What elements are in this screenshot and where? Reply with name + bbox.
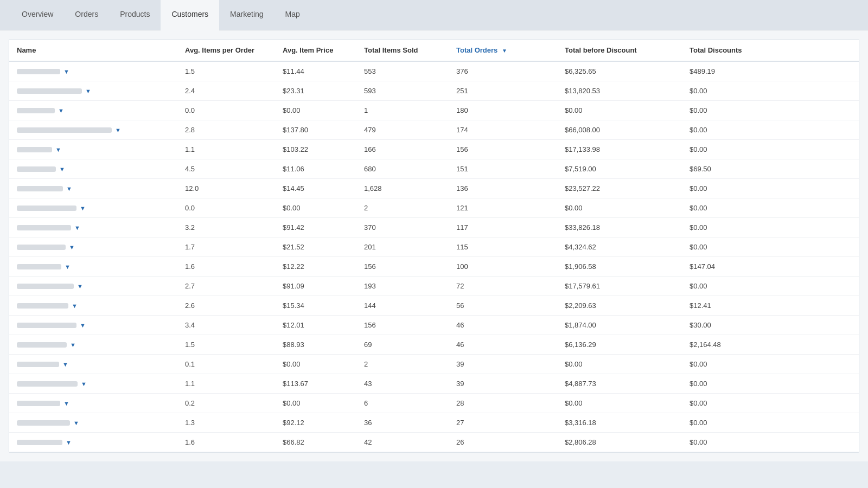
- total-discounts-cell: $0.00: [682, 355, 859, 374]
- total-items-cell: 69: [356, 335, 449, 355]
- row-filter-icon[interactable]: ▼: [66, 439, 72, 446]
- total-items-cell: 479: [356, 120, 449, 140]
- table-body: ▼ 1.5$11.44553376$6,325.65$489.19 ▼ 2.4$…: [9, 61, 859, 452]
- customer-name-blur: [17, 127, 112, 133]
- col-total-before-discount[interactable]: Total before Discount: [557, 40, 682, 61]
- main-content: Name Avg. Items per Order Avg. Item Pric…: [0, 30, 868, 461]
- row-filter-icon[interactable]: ▼: [62, 361, 68, 368]
- row-filter-icon[interactable]: ▼: [63, 68, 69, 75]
- total-before-discount-cell: $0.00: [557, 394, 682, 413]
- total-discounts-cell: $0.00: [682, 394, 859, 413]
- total-orders-cell: 39: [449, 355, 557, 374]
- name-cell: ▼: [9, 81, 177, 101]
- avg-price-cell: $11.44: [275, 61, 356, 81]
- name-cell: ▼: [9, 277, 177, 296]
- avg-price-cell: $91.09: [275, 277, 356, 296]
- name-cell: ▼: [9, 120, 177, 140]
- row-filter-icon[interactable]: ▼: [81, 381, 87, 387]
- table-row: ▼ 1.7$21.52201115$4,324.62$0.00: [9, 237, 859, 257]
- avg-price-cell: $15.34: [275, 296, 356, 316]
- total-before-discount-cell: $0.00: [557, 198, 682, 218]
- total-items-cell: 42: [356, 433, 449, 452]
- total-items-cell: 144: [356, 296, 449, 316]
- table-row: ▼ 3.4$12.0115646$1,874.00$30.00: [9, 316, 859, 335]
- total-items-cell: 1,628: [356, 179, 449, 198]
- customer-name-blur: [17, 323, 76, 328]
- total-before-discount-cell: $3,316.18: [557, 413, 682, 433]
- customer-name-blur: [17, 186, 63, 191]
- row-filter-icon[interactable]: ▼: [80, 322, 86, 329]
- row-filter-icon[interactable]: ▼: [69, 244, 75, 251]
- table-row: ▼ 0.1$0.00239$0.00$0.00: [9, 355, 859, 374]
- avg-price-cell: $14.45: [275, 179, 356, 198]
- row-filter-icon[interactable]: ▼: [59, 166, 65, 172]
- row-filter-icon[interactable]: ▼: [115, 127, 121, 133]
- avg-items-cell: 1.6: [177, 257, 275, 277]
- total-discounts-cell: $0.00: [682, 237, 859, 257]
- total-orders-cell: 136: [449, 179, 557, 198]
- row-filter-icon[interactable]: ▼: [70, 342, 76, 348]
- name-cell: ▼: [9, 101, 177, 120]
- tab-marketing[interactable]: Marketing: [219, 0, 274, 30]
- row-filter-icon[interactable]: ▼: [73, 420, 79, 426]
- row-filter-icon[interactable]: ▼: [72, 303, 78, 309]
- col-total-items[interactable]: Total Items Sold: [356, 40, 449, 61]
- total-before-discount-cell: $23,527.22: [557, 179, 682, 198]
- avg-price-cell: $0.00: [275, 355, 356, 374]
- avg-items-cell: 1.1: [177, 374, 275, 394]
- col-avg-price[interactable]: Avg. Item Price: [275, 40, 356, 61]
- table-row: ▼ 3.2$91.42370117$33,826.18$0.00: [9, 218, 859, 237]
- tab-customers[interactable]: Customers: [161, 0, 219, 30]
- name-cell: ▼: [9, 296, 177, 316]
- table-row: ▼ 0.2$0.00628$0.00$0.00: [9, 394, 859, 413]
- total-before-discount-cell: $1,906.58: [557, 257, 682, 277]
- total-items-cell: 2: [356, 355, 449, 374]
- row-filter-icon[interactable]: ▼: [65, 264, 71, 270]
- row-filter-icon[interactable]: ▼: [58, 107, 64, 114]
- tab-orders[interactable]: Orders: [64, 0, 109, 30]
- row-filter-icon[interactable]: ▼: [80, 205, 86, 211]
- avg-items-cell: 2.8: [177, 120, 275, 140]
- customer-name-blur: [17, 147, 52, 152]
- name-cell: ▼: [9, 433, 177, 452]
- avg-price-cell: $0.00: [275, 394, 356, 413]
- name-cell: ▼: [9, 198, 177, 218]
- total-discounts-cell: $69.50: [682, 159, 859, 179]
- row-filter-icon[interactable]: ▼: [63, 400, 69, 407]
- col-avg-items[interactable]: Avg. Items per Order: [177, 40, 275, 61]
- col-total-discounts[interactable]: Total Discounts: [682, 40, 859, 61]
- total-orders-cell: 174: [449, 120, 557, 140]
- total-items-cell: 156: [356, 257, 449, 277]
- table-row: ▼ 1.1$103.22166156$17,133.98$0.00: [9, 140, 859, 159]
- avg-items-cell: 0.0: [177, 198, 275, 218]
- table-row: ▼ 1.3$92.123627$3,316.18$0.00: [9, 413, 859, 433]
- customer-name-blur: [17, 108, 55, 113]
- total-orders-cell: 100: [449, 257, 557, 277]
- customer-name-blur: [17, 362, 59, 367]
- name-cell: ▼: [9, 140, 177, 159]
- total-before-discount-cell: $4,887.73: [557, 374, 682, 394]
- total-discounts-cell: $147.04: [682, 257, 859, 277]
- row-filter-icon[interactable]: ▼: [77, 283, 83, 290]
- total-items-cell: 1: [356, 101, 449, 120]
- total-discounts-cell: $12.41: [682, 296, 859, 316]
- table-row: ▼ 1.1$113.674339$4,887.73$0.00: [9, 374, 859, 394]
- row-filter-icon[interactable]: ▼: [74, 224, 80, 231]
- total-discounts-cell: $0.00: [682, 218, 859, 237]
- tab-overview[interactable]: Overview: [11, 0, 64, 30]
- row-filter-icon[interactable]: ▼: [85, 88, 91, 94]
- customer-name-blur: [17, 206, 76, 211]
- col-total-orders[interactable]: Total Orders ▼: [449, 40, 557, 61]
- avg-items-cell: 0.0: [177, 101, 275, 120]
- total-items-cell: 2: [356, 198, 449, 218]
- total-before-discount-cell: $17,133.98: [557, 140, 682, 159]
- avg-price-cell: $137.80: [275, 120, 356, 140]
- row-filter-icon[interactable]: ▼: [55, 146, 61, 153]
- tab-products[interactable]: Products: [109, 0, 161, 30]
- row-filter-icon[interactable]: ▼: [66, 185, 72, 192]
- col-name[interactable]: Name: [9, 40, 177, 61]
- total-before-discount-cell: $2,806.28: [557, 433, 682, 452]
- table-row: ▼ 2.7$91.0919372$17,579.61$0.00: [9, 277, 859, 296]
- tab-map[interactable]: Map: [275, 0, 311, 30]
- total-discounts-cell: $0.00: [682, 413, 859, 433]
